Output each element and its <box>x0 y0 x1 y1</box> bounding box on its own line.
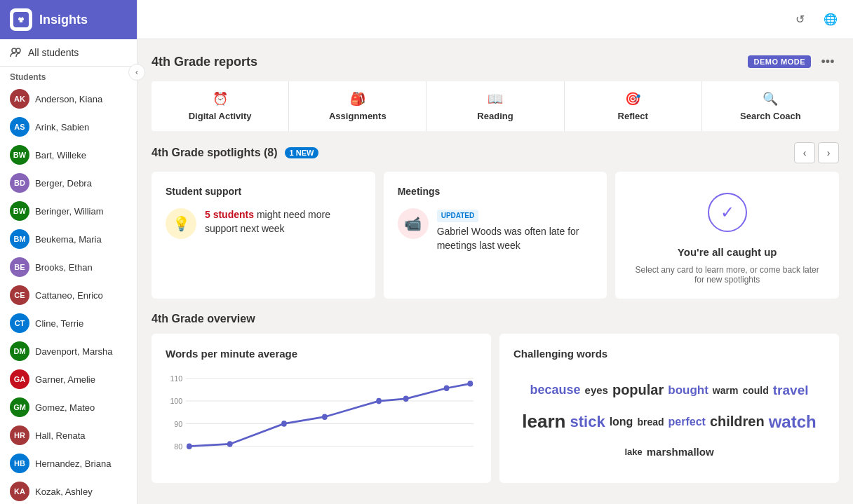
meetings-title: Meetings <box>398 186 593 197</box>
student-item[interactable]: AK Anderson, Kiana <box>0 85 137 113</box>
content-area: 4th Grade reports DEMO MODE ••• ⏰ Digita… <box>137 39 853 504</box>
student-name: Berger, Debra <box>35 178 92 189</box>
caught-up-content: ✓ You're all caught up Select any card t… <box>629 186 825 285</box>
avatar: CT <box>10 313 29 333</box>
student-item[interactable]: CT Cline, Terrie <box>0 309 137 337</box>
app-logo <box>10 8 32 31</box>
student-item[interactable]: BE Brooks, Ethan <box>0 253 137 281</box>
word-cloud-word: warm <box>713 385 739 396</box>
spotlights-container: Student support 💡 5 students might need … <box>152 172 839 299</box>
student-name: Hall, Renata <box>35 430 86 441</box>
avatar: GA <box>10 369 29 389</box>
svg-point-17 <box>322 414 328 420</box>
avatar: HR <box>10 425 29 445</box>
nav-tab-icon: ⏰ <box>213 91 228 107</box>
svg-point-16 <box>281 421 287 427</box>
check-icon: ✓ <box>708 193 747 232</box>
sidebar-collapse-button[interactable]: ‹ <box>128 64 145 81</box>
word-cloud-word: children <box>710 414 765 430</box>
avatar: HB <box>10 454 29 473</box>
sidebar: Insights All students Students AK Anders… <box>0 0 137 504</box>
nav-tab-assignments[interactable]: 🎒 Assignments <box>289 81 426 131</box>
student-item[interactable]: HB Hernandez, Briana <box>0 449 137 477</box>
svg-text:110: 110 <box>170 374 182 383</box>
svg-point-1 <box>20 16 22 18</box>
student-support-card[interactable]: Student support 💡 5 students might need … <box>152 172 375 299</box>
word-cloud: becauseeyespopularboughtwarmcouldtravell… <box>513 371 825 469</box>
student-name: Gomez, Mateo <box>35 402 95 413</box>
avatar: AK <box>10 89 29 109</box>
updated-badge: UPDATED <box>437 210 479 222</box>
student-name: Cattaneo, Enrico <box>35 290 103 301</box>
student-item[interactable]: GA Garner, Amelie <box>0 365 137 393</box>
refresh-button[interactable]: ↺ <box>788 8 811 31</box>
report-header-right: DEMO MODE ••• <box>748 50 839 73</box>
new-badge: 1 NEW <box>285 147 319 158</box>
more-options-button[interactable]: ••• <box>817 50 839 73</box>
word-cloud-word: watch <box>769 412 817 432</box>
student-item[interactable]: BW Bart, Willeke <box>0 141 137 169</box>
student-support-content: 💡 5 students might need more support nex… <box>166 208 361 239</box>
spotlights-header: 4th Grade spotlights (8) 1 NEW ‹ › <box>152 142 839 163</box>
student-item[interactable]: GM Gomez, Mateo <box>0 393 137 421</box>
word-cloud-word: lake <box>624 447 642 457</box>
spotlight-next-button[interactable]: › <box>818 142 839 163</box>
student-list: AK Anderson, Kiana AS Arink, Sabien BW B… <box>0 85 137 504</box>
student-item[interactable]: HR Hall, Renata <box>0 421 137 449</box>
report-title: 4th Grade reports <box>152 55 257 69</box>
student-item[interactable]: BW Beringer, William <box>0 197 137 225</box>
nav-tab-reading[interactable]: 📖 Reading <box>426 81 564 131</box>
avatar: BM <box>10 229 29 249</box>
report-header: 4th Grade reports DEMO MODE ••• <box>152 50 839 73</box>
student-name: Beukema, Maria <box>35 234 102 245</box>
nav-tab-reflect[interactable]: 🎯 Reflect <box>565 81 702 131</box>
word-cloud-word: marshmallow <box>647 446 714 458</box>
caught-up-subtitle: Select any card to learn more, or come b… <box>629 265 825 285</box>
avatar: BE <box>10 257 29 277</box>
avatar: AS <box>10 117 29 137</box>
svg-point-15 <box>227 441 233 447</box>
student-name: Anderson, Kiana <box>35 94 102 104</box>
globe-button[interactable]: 🌐 <box>819 8 842 31</box>
svg-point-5 <box>16 48 20 53</box>
svg-point-18 <box>376 398 382 404</box>
app-title: Insights <box>39 13 88 27</box>
challenging-words-title: Challenging words <box>513 348 825 360</box>
student-item[interactable]: CE Cattaneo, Enrico <box>0 281 137 309</box>
student-item[interactable]: DM Davenport, Marsha <box>0 337 137 365</box>
nav-tab-search-coach[interactable]: 🔍 Search Coach <box>702 81 839 131</box>
spotlight-prev-button[interactable]: ‹ <box>794 142 815 163</box>
spotlights-title: 4th Grade spotlights (8) <box>152 147 278 159</box>
nav-tab-label: Assignments <box>329 111 387 121</box>
svg-text:80: 80 <box>174 442 182 451</box>
svg-point-4 <box>12 48 16 53</box>
student-name: Brooks, Ethan <box>35 262 93 273</box>
avatar: BD <box>10 173 29 193</box>
student-support-title: Student support <box>166 186 361 197</box>
student-name: Beringer, William <box>35 206 104 217</box>
student-item[interactable]: BM Beukema, Maria <box>0 225 137 253</box>
student-name: Davenport, Marsha <box>35 346 113 357</box>
students-section-label: Students <box>0 67 137 85</box>
svg-point-21 <box>467 381 473 387</box>
svg-point-14 <box>187 443 192 449</box>
camera-icon: 📹 <box>404 215 422 232</box>
meetings-content: 📹 UPDATED Gabriel Woods was often late f… <box>398 208 593 252</box>
avatar: BW <box>10 201 29 221</box>
student-item[interactable]: AS Arink, Sabien <box>0 113 137 141</box>
word-cloud-word: long <box>610 416 633 428</box>
insights-logo-icon <box>15 14 27 25</box>
meetings-card[interactable]: Meetings 📹 UPDATED Gabriel Woods was oft… <box>384 172 607 299</box>
nav-tab-icon: 🎯 <box>625 91 640 107</box>
nav-tab-label: Digital Activity <box>189 111 252 121</box>
wpm-card: Words per minute average 110 100 90 80 <box>152 334 491 483</box>
word-cloud-word: popular <box>612 382 664 398</box>
nav-tab-digital-activity[interactable]: ⏰ Digital Activity <box>152 81 289 131</box>
overview-cards: Words per minute average 110 100 90 80 <box>152 334 839 483</box>
student-item[interactable]: BD Berger, Debra <box>0 169 137 197</box>
student-support-icon-wrap: 💡 <box>166 208 196 239</box>
student-item[interactable]: KA Kozak, Ashley <box>0 477 137 504</box>
all-students-button[interactable]: All students <box>0 39 137 67</box>
logo-inner <box>13 12 29 27</box>
overview-title: 4th Grade overview <box>152 313 839 325</box>
